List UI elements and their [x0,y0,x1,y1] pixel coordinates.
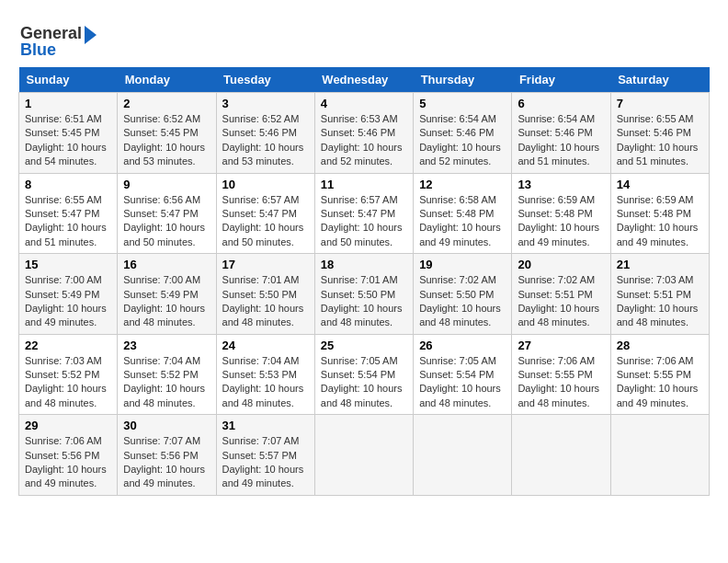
day-number: 6 [518,97,604,110]
day-number: 21 [617,258,703,271]
day-number: 12 [419,178,506,191]
day-number: 8 [25,178,111,191]
weekday-header: Sunday [19,67,118,93]
day-info: Sunrise: 7:02 AM Sunset: 5:50 PM Dayligh… [419,273,506,330]
day-number: 25 [321,339,407,352]
day-info: Sunrise: 7:01 AM Sunset: 5:50 PM Dayligh… [222,273,309,330]
day-number: 29 [25,419,111,432]
day-number: 7 [617,97,703,110]
day-number: 22 [25,339,111,352]
day-info: Sunrise: 6:51 AM Sunset: 5:45 PM Dayligh… [25,112,111,169]
day-number: 23 [123,339,210,352]
day-info: Sunrise: 7:04 AM Sunset: 5:52 PM Dayligh… [123,354,210,411]
calendar-cell: 4 Sunrise: 6:53 AM Sunset: 5:46 PM Dayli… [314,93,413,174]
calendar-cell: 6 Sunrise: 6:54 AM Sunset: 5:46 PM Dayli… [512,93,610,174]
logo-icon: General Blue [18,18,101,60]
calendar-cell: 3 Sunrise: 6:52 AM Sunset: 5:46 PM Dayli… [216,93,314,174]
day-number: 14 [617,178,703,191]
day-info: Sunrise: 7:03 AM Sunset: 5:52 PM Dayligh… [25,354,111,411]
calendar-cell [610,415,709,496]
calendar-cell: 27 Sunrise: 7:06 AM Sunset: 5:55 PM Dayl… [512,334,610,415]
calendar-cell: 15 Sunrise: 7:00 AM Sunset: 5:49 PM Dayl… [19,254,118,335]
day-info: Sunrise: 6:59 AM Sunset: 5:48 PM Dayligh… [617,193,703,250]
calendar-cell: 14 Sunrise: 6:59 AM Sunset: 5:48 PM Dayl… [610,173,709,254]
calendar-cell: 9 Sunrise: 6:56 AM Sunset: 5:47 PM Dayli… [118,173,216,254]
day-number: 31 [222,419,309,432]
day-number: 13 [518,178,604,191]
calendar-cell: 2 Sunrise: 6:52 AM Sunset: 5:45 PM Dayli… [118,93,216,174]
day-info: Sunrise: 7:00 AM Sunset: 5:49 PM Dayligh… [123,273,210,330]
day-info: Sunrise: 7:05 AM Sunset: 5:54 PM Dayligh… [321,354,407,411]
day-info: Sunrise: 7:07 AM Sunset: 5:57 PM Dayligh… [222,434,309,491]
day-info: Sunrise: 6:58 AM Sunset: 5:48 PM Dayligh… [419,193,506,250]
svg-marker-2 [85,26,97,44]
calendar-cell: 20 Sunrise: 7:02 AM Sunset: 5:51 PM Dayl… [512,254,610,335]
day-number: 16 [123,258,210,271]
day-info: Sunrise: 7:06 AM Sunset: 5:55 PM Dayligh… [617,354,703,411]
day-info: Sunrise: 6:54 AM Sunset: 5:46 PM Dayligh… [518,112,604,169]
day-info: Sunrise: 7:02 AM Sunset: 5:51 PM Dayligh… [518,273,604,330]
day-info: Sunrise: 7:04 AM Sunset: 5:53 PM Dayligh… [222,354,309,411]
page-header: General Blue [18,18,710,60]
calendar-cell: 1 Sunrise: 6:51 AM Sunset: 5:45 PM Dayli… [19,93,118,174]
calendar-cell: 24 Sunrise: 7:04 AM Sunset: 5:53 PM Dayl… [216,334,314,415]
day-number: 1 [25,97,111,110]
day-info: Sunrise: 6:52 AM Sunset: 5:45 PM Dayligh… [123,112,210,169]
day-number: 24 [222,339,309,352]
calendar-cell: 23 Sunrise: 7:04 AM Sunset: 5:52 PM Dayl… [118,334,216,415]
calendar-cell: 11 Sunrise: 6:57 AM Sunset: 5:47 PM Dayl… [314,173,413,254]
day-number: 30 [123,419,210,432]
calendar-cell: 21 Sunrise: 7:03 AM Sunset: 5:51 PM Dayl… [610,254,709,335]
day-info: Sunrise: 6:52 AM Sunset: 5:46 PM Dayligh… [222,112,309,169]
calendar-cell: 22 Sunrise: 7:03 AM Sunset: 5:52 PM Dayl… [19,334,118,415]
day-number: 10 [222,178,309,191]
calendar-header-row: SundayMondayTuesdayWednesdayThursdayFrid… [19,67,710,93]
day-number: 27 [518,339,604,352]
calendar-table: SundayMondayTuesdayWednesdayThursdayFrid… [18,67,710,496]
day-number: 9 [123,178,210,191]
calendar-cell: 7 Sunrise: 6:55 AM Sunset: 5:46 PM Dayli… [610,93,709,174]
day-info: Sunrise: 6:57 AM Sunset: 5:47 PM Dayligh… [321,193,407,250]
day-info: Sunrise: 6:57 AM Sunset: 5:47 PM Dayligh… [222,193,309,250]
logo: General Blue [18,18,101,60]
day-number: 11 [321,178,407,191]
svg-text:Blue: Blue [20,40,56,59]
calendar-cell: 19 Sunrise: 7:02 AM Sunset: 5:50 PM Dayl… [414,254,512,335]
calendar-cell: 26 Sunrise: 7:05 AM Sunset: 5:54 PM Dayl… [414,334,512,415]
day-info: Sunrise: 7:06 AM Sunset: 5:55 PM Dayligh… [518,354,604,411]
calendar-cell: 5 Sunrise: 6:54 AM Sunset: 5:46 PM Dayli… [414,93,512,174]
calendar-cell: 17 Sunrise: 7:01 AM Sunset: 5:50 PM Dayl… [216,254,314,335]
day-info: Sunrise: 6:53 AM Sunset: 5:46 PM Dayligh… [321,112,407,169]
day-info: Sunrise: 6:59 AM Sunset: 5:48 PM Dayligh… [518,193,604,250]
day-number: 17 [222,258,309,271]
calendar-cell: 25 Sunrise: 7:05 AM Sunset: 5:54 PM Dayl… [314,334,413,415]
calendar-cell: 31 Sunrise: 7:07 AM Sunset: 5:57 PM Dayl… [216,415,314,496]
calendar-week-row: 29 Sunrise: 7:06 AM Sunset: 5:56 PM Dayl… [19,415,710,496]
calendar-cell: 30 Sunrise: 7:07 AM Sunset: 5:56 PM Dayl… [118,415,216,496]
day-number: 4 [321,97,407,110]
calendar-cell: 28 Sunrise: 7:06 AM Sunset: 5:55 PM Dayl… [610,334,709,415]
day-info: Sunrise: 7:06 AM Sunset: 5:56 PM Dayligh… [25,434,111,491]
day-info: Sunrise: 6:55 AM Sunset: 5:47 PM Dayligh… [25,193,111,250]
day-info: Sunrise: 6:56 AM Sunset: 5:47 PM Dayligh… [123,193,210,250]
calendar-cell [314,415,413,496]
weekday-header: Wednesday [314,67,413,93]
calendar-cell [512,415,610,496]
day-info: Sunrise: 7:03 AM Sunset: 5:51 PM Dayligh… [617,273,703,330]
calendar-cell: 13 Sunrise: 6:59 AM Sunset: 5:48 PM Dayl… [512,173,610,254]
day-info: Sunrise: 7:00 AM Sunset: 5:49 PM Dayligh… [25,273,111,330]
weekday-header: Monday [118,67,216,93]
calendar-cell: 12 Sunrise: 6:58 AM Sunset: 5:48 PM Dayl… [414,173,512,254]
day-number: 19 [419,258,506,271]
day-number: 5 [419,97,506,110]
weekday-header: Tuesday [216,67,314,93]
calendar-cell: 8 Sunrise: 6:55 AM Sunset: 5:47 PM Dayli… [19,173,118,254]
day-number: 15 [25,258,111,271]
calendar-cell: 16 Sunrise: 7:00 AM Sunset: 5:49 PM Dayl… [118,254,216,335]
day-info: Sunrise: 7:07 AM Sunset: 5:56 PM Dayligh… [123,434,210,491]
calendar-cell: 18 Sunrise: 7:01 AM Sunset: 5:50 PM Dayl… [314,254,413,335]
day-info: Sunrise: 7:01 AM Sunset: 5:50 PM Dayligh… [321,273,407,330]
calendar-week-row: 8 Sunrise: 6:55 AM Sunset: 5:47 PM Dayli… [19,173,710,254]
day-number: 3 [222,97,309,110]
calendar-week-row: 15 Sunrise: 7:00 AM Sunset: 5:49 PM Dayl… [19,254,710,335]
